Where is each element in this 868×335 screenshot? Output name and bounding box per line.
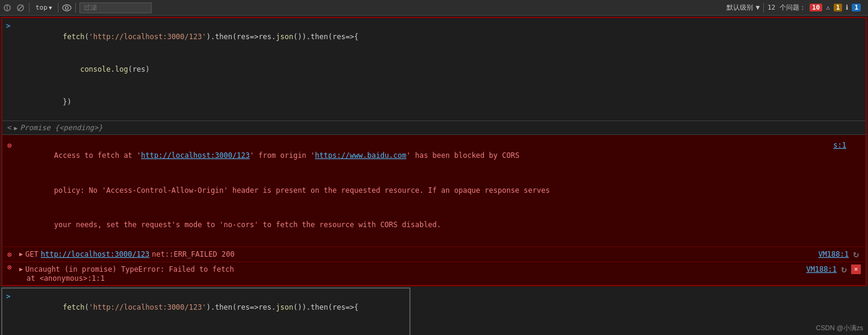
left-arrow-1: < (7, 124, 11, 132)
uncaught-triangle[interactable]: ▶ (19, 266, 23, 272)
get-error-line: ⊗ ▶ GET http://localhost:3000/123 net::E… (2, 247, 866, 262)
separator-4 (763, 3, 764, 13)
filter-input[interactable] (79, 2, 152, 13)
code-block-1: > fetch('http://localhost:3000/123').the… (2, 18, 866, 121)
code-line-2-2: console.log(res) (19, 324, 405, 335)
code-lines-1: fetch('http://localhost:3000/123').then(… (7, 20, 861, 118)
issues-count: 12 个问题： 10 ⚠ 1 ℹ 1 (767, 3, 861, 12)
uncaught-source[interactable]: VM188:1 (806, 265, 837, 274)
get-error-source[interactable]: VM188:1 (818, 250, 849, 258)
error-badge[interactable]: 10 (810, 4, 822, 11)
separator-2 (58, 3, 58, 13)
cors-link-2[interactable]: https://www.baidu.com (315, 151, 406, 160)
error-icon-1: ⊗ (7, 140, 12, 152)
uncaught-at: at <anonymous>:1:1 (19, 274, 105, 283)
toolbar: top ▼ 默认级别 ▼ 12 个问题： 10 ⚠ 1 ℹ 1 (0, 0, 868, 16)
default-level-label: 默认级别 (727, 3, 753, 12)
error-icon-2: ⊗ (7, 249, 12, 258)
prompt-2: > (6, 292, 10, 301)
svg-point-5 (66, 6, 69, 9)
reload-icon-2[interactable]: ↻ (839, 265, 849, 274)
close-error-icon[interactable]: ✕ (851, 265, 861, 274)
error-badge-icon: ⚠ (826, 4, 830, 11)
promise-text-1: Promise {<pending>} (20, 124, 102, 132)
prompt-1: > (6, 22, 10, 30)
code-section-2: > fetch('http://localhost:3000/123').the… (1, 287, 411, 335)
info-badge[interactable]: 1 (852, 4, 861, 11)
uncaught-error-text: ▶ Uncaught (in promise) TypeError: Faile… (19, 265, 234, 274)
default-level-selector[interactable]: 默认级别 ▼ (727, 3, 760, 12)
svg-point-4 (63, 5, 71, 11)
default-level-arrow: ▼ (755, 4, 760, 11)
warning-badge-icon: ℹ (846, 4, 848, 11)
get-error-link[interactable]: http://localhost:3000/123 (41, 250, 150, 258)
code-line-2-1: fetch('http://localhost:3000/123').then(… (19, 291, 405, 324)
warning-badge[interactable]: 1 (834, 4, 843, 11)
triangle-1[interactable]: ▶ (14, 125, 17, 131)
uncaught-error-row: ▶ Uncaught (in promise) TypeError: Faile… (19, 265, 861, 274)
separator-3 (75, 3, 76, 13)
get-triangle[interactable]: ▶ (19, 251, 23, 257)
cors-link-1[interactable]: http://localhost:3000/123 (141, 151, 250, 160)
uncaught-error-block: ⊗ ▶ Uncaught (in promise) TypeError: Fai… (2, 262, 866, 285)
get-error-actions: VM188:1 ↻ (818, 249, 861, 259)
reload-icon-1[interactable]: ↻ (851, 249, 861, 259)
watermark: CSDN @小满zs (816, 324, 863, 333)
error-icon-3: ⊗ (7, 262, 12, 271)
separator-1 (29, 3, 29, 13)
cors-error-block: ⊗ Access to fetch at 'http://localhost:3… (2, 135, 866, 247)
code-lines-2: fetch('http://localhost:3000/123').then(… (7, 291, 405, 335)
cors-error-text: Access to fetch at 'http://localhost:300… (19, 139, 829, 243)
code-line-1-3: }) (19, 86, 861, 118)
promise-result-1: < ▶ Promise {<pending>} (2, 121, 866, 135)
code-block-2: > fetch('http://localhost:3000/123').the… (2, 289, 409, 335)
issues-label: 12 个问题： (767, 3, 806, 12)
uncaught-text: Uncaught (in promise) TypeError: Failed … (25, 265, 234, 274)
level-selector[interactable]: top ▼ (33, 4, 54, 11)
eye-icon[interactable] (62, 3, 72, 13)
cors-error-source[interactable]: s:1 (833, 140, 846, 151)
error-section-1: > fetch('http://localhost:3000/123').the… (1, 17, 867, 286)
code-line-1-2: console.log(res) (19, 53, 861, 86)
level-label: top (36, 4, 48, 11)
block-icon[interactable] (16, 3, 25, 13)
level-arrow: ▼ (49, 5, 52, 11)
code-line-1-1: fetch('http://localhost:3000/123').then(… (19, 20, 861, 53)
record-icon[interactable] (2, 3, 12, 13)
uncaught-error-actions: VM188:1 ↻ ✕ (806, 265, 861, 274)
get-error-text: ▶ GET http://localhost:3000/123 net::ERR… (19, 250, 235, 258)
console-area: > fetch('http://localhost:3000/123').the… (0, 16, 868, 335)
